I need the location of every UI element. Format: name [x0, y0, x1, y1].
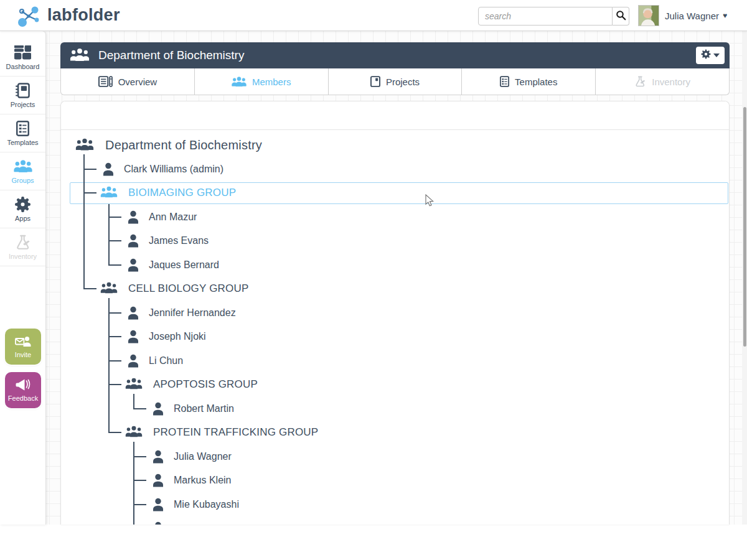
- tab-projects[interactable]: Projects: [328, 68, 462, 95]
- tree-connector-line: [108, 217, 121, 218]
- tree-connector-line: [108, 240, 121, 241]
- projects-icon: [14, 82, 32, 98]
- members-tree: Department of Biochemistry Clark William…: [61, 101, 729, 525]
- sidebar-nav: Dashboard Projects Templates Groups Apps…: [0, 39, 45, 266]
- person-icon: [127, 210, 139, 226]
- tree-member-name[interactable]: Robert Martin: [174, 403, 234, 414]
- tree-connector-line: [108, 204, 110, 266]
- sidebar-item-label: Dashboard: [6, 63, 40, 70]
- user-avatar[interactable]: [638, 5, 659, 26]
- tab-label: Templates: [515, 77, 557, 87]
- dashboard-icon: [14, 44, 32, 60]
- tree-group-name[interactable]: PROTEIN TRAFFICKING GROUP: [153, 426, 318, 439]
- sidebar-item-label: Templates: [7, 139, 38, 146]
- invite-icon: [15, 335, 31, 350]
- tree-connector-line: [83, 169, 96, 170]
- tree-connector-line: [83, 192, 96, 194]
- tab-label: Members: [252, 77, 291, 87]
- templates-icon: [14, 120, 32, 136]
- tree-member-name[interactable]: Jaques Bernard: [149, 259, 219, 271]
- sidebar-item-label: Apps: [15, 215, 31, 222]
- sidebar-item-label: Groups: [11, 177, 34, 184]
- tree-connector-line: [108, 312, 121, 314]
- group-icon: [75, 138, 94, 154]
- sidebar-item-dashboard[interactable]: Dashboard: [0, 39, 45, 77]
- tree-member-name[interactable]: Markus Klein: [174, 475, 231, 486]
- tree-member-name[interactable]: Joseph Njoki: [149, 331, 206, 342]
- inventory-icon: [14, 234, 32, 250]
- person-icon: [152, 498, 164, 514]
- sidebar-item-label: Inventory: [9, 253, 37, 260]
- sidebar-item-groups[interactable]: Groups: [0, 152, 45, 190]
- person-icon: [127, 306, 139, 322]
- invite-label: Invite: [15, 351, 31, 358]
- tree-group-name[interactable]: CELL BIOLOGY GROUP: [128, 282, 249, 295]
- tree-connector-line: [133, 504, 146, 505]
- tree-member-name[interactable]: Jennifer Hernandez: [149, 307, 236, 319]
- tab-members[interactable]: Members: [194, 68, 328, 95]
- search-icon: [616, 10, 626, 22]
- person-icon: [102, 162, 115, 179]
- feedback-button[interactable]: Feedback: [5, 372, 41, 408]
- sidebar-item-templates[interactable]: Templates: [0, 114, 45, 152]
- gear-icon: [701, 49, 711, 62]
- tab-overview[interactable]: Overview: [61, 68, 194, 95]
- tab-inventory: Inventory: [595, 68, 729, 95]
- tree-member-name[interactable]: James Evans: [149, 235, 209, 246]
- tree-connector-line: [108, 360, 121, 362]
- user-name: Julia Wagner: [665, 11, 719, 21]
- tree-member-name[interactable]: Julia Wagner: [174, 451, 232, 462]
- user-menu-caret-icon: ♥: [723, 11, 727, 20]
- tree-connector-line: [83, 154, 85, 289]
- brand-wordmark[interactable]: labfolder: [47, 6, 120, 25]
- tree-member-name[interactable]: Ann Mazur: [149, 212, 197, 223]
- feedback-megaphone-icon: [16, 378, 31, 393]
- tree-member-name[interactable]: Li Chun: [149, 355, 183, 366]
- projects-icon: [370, 76, 380, 87]
- groups-icon: [14, 158, 32, 174]
- tree-group-name[interactable]: Department of Biochemistry: [105, 138, 262, 152]
- tree-connector-line: [133, 408, 146, 409]
- sidebar-item-label: Projects: [11, 101, 35, 108]
- top-bar: labfolder Julia Wagner: [0, 0, 747, 31]
- group-icon: [100, 186, 118, 201]
- sidebar-item-apps[interactable]: Apps: [0, 190, 45, 228]
- invite-button[interactable]: Invite: [5, 329, 41, 365]
- tree-connector-line: [133, 442, 134, 525]
- group-icon: [125, 378, 143, 393]
- search-button[interactable]: [613, 7, 629, 26]
- tab-templates[interactable]: Templates: [461, 68, 595, 95]
- templates-icon: [500, 76, 509, 87]
- tree-group-name[interactable]: BIOIMAGING GROUP: [128, 187, 236, 199]
- scrollbar-thumb[interactable]: [743, 107, 746, 347]
- tree-member-name[interactable]: Clark Williams (admin): [124, 164, 223, 175]
- search-input[interactable]: [478, 7, 613, 26]
- sidebar: Dashboard Projects Templates Groups Apps…: [0, 31, 46, 525]
- user-menu[interactable]: Julia Wagner ♥: [665, 0, 727, 31]
- members-icon: [232, 77, 247, 87]
- group-header-bar: Department of Biochemistry: [60, 42, 730, 68]
- tab-label: Overview: [118, 77, 157, 87]
- person-icon: [127, 354, 139, 370]
- tab-label: Inventory: [652, 77, 690, 87]
- tree-connector-line: [108, 384, 121, 385]
- person-icon: [152, 521, 164, 525]
- chevron-down-icon: [713, 54, 720, 57]
- sidebar-item-projects[interactable]: Projects: [0, 77, 45, 114]
- tab-label: Projects: [386, 77, 420, 87]
- tree-connector-line: [108, 298, 110, 433]
- tree-group-name[interactable]: APOPTOSIS GROUP: [153, 378, 258, 391]
- group-settings-button[interactable]: [696, 47, 725, 64]
- app-viewport: labfolder Julia Wagner: [0, 0, 747, 560]
- members-panel: Department of Biochemistry Clark William…: [60, 101, 730, 525]
- person-icon: [127, 234, 139, 250]
- group-icon: [70, 48, 90, 63]
- feedback-label: Feedback: [8, 394, 38, 402]
- tree-connector-line: [133, 480, 146, 481]
- group-icon: [100, 282, 118, 297]
- group-tabs: Overview Members Projects Templates Inve…: [60, 68, 730, 95]
- inventory-icon: [634, 76, 646, 87]
- tree-member-name[interactable]: Mie Kubayashi: [174, 499, 239, 510]
- person-icon: [152, 474, 164, 490]
- labfolder-logo-icon[interactable]: [16, 4, 41, 29]
